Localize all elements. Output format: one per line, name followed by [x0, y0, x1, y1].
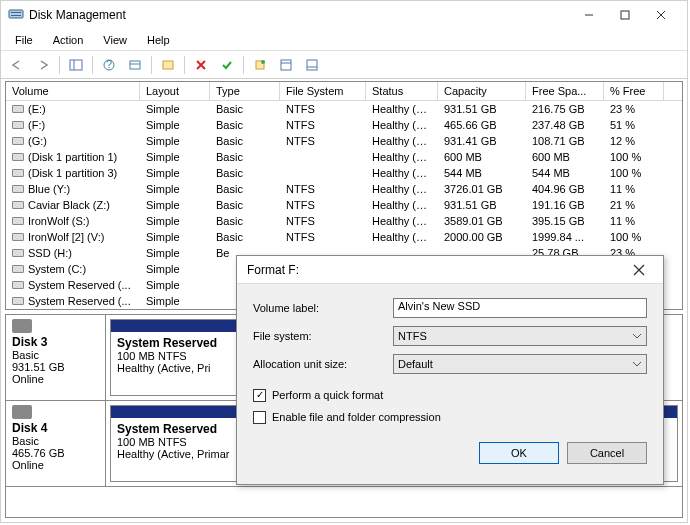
- dialog-close-button[interactable]: [625, 260, 653, 280]
- filesystem-select[interactable]: NTFS: [393, 326, 647, 346]
- format-dialog: Format F: Volume label: Alvin's New SSD …: [236, 255, 664, 485]
- minimize-button[interactable]: [571, 4, 607, 26]
- svg-rect-7: [70, 60, 82, 70]
- volume-icon: [12, 105, 24, 113]
- maximize-button[interactable]: [607, 4, 643, 26]
- table-row[interactable]: Caviar Black (Z:)SimpleBasicNTFSHealthy …: [6, 197, 682, 213]
- disk-header[interactable]: Disk 3Basic931.51 GBOnline: [6, 315, 106, 400]
- window-title: Disk Management: [9, 8, 571, 22]
- properties-button[interactable]: [156, 54, 180, 76]
- settings-top-button[interactable]: [274, 54, 298, 76]
- table-row[interactable]: IronWolf (S:)SimpleBasicNTFSHealthy (B..…: [6, 213, 682, 229]
- col-pctfree[interactable]: % Free: [604, 82, 664, 100]
- menubar: File Action View Help: [1, 29, 687, 51]
- compression-checkbox[interactable]: [253, 411, 266, 424]
- volume-icon: [12, 281, 24, 289]
- svg-rect-13: [163, 61, 173, 69]
- volume-icon: [12, 233, 24, 241]
- volume-icon: [12, 297, 24, 305]
- back-button[interactable]: [5, 54, 29, 76]
- table-row[interactable]: (Disk 1 partition 1)SimpleBasicHealthy (…: [6, 149, 682, 165]
- svg-rect-1: [11, 12, 21, 13]
- svg-rect-20: [307, 60, 317, 70]
- col-capacity[interactable]: Capacity: [438, 82, 526, 100]
- ok-button[interactable]: OK: [479, 442, 559, 464]
- col-filesystem[interactable]: File System: [280, 82, 366, 100]
- volume-icon: [12, 217, 24, 225]
- menu-file[interactable]: File: [7, 32, 41, 48]
- volume-icon: [12, 201, 24, 209]
- svg-point-17: [261, 60, 265, 64]
- table-row[interactable]: (E:)SimpleBasicNTFSHealthy (A...931.51 G…: [6, 101, 682, 117]
- svg-rect-4: [621, 11, 629, 19]
- disk-icon: [12, 319, 32, 333]
- svg-rect-18: [281, 60, 291, 70]
- volume-icon: [12, 185, 24, 193]
- col-volume[interactable]: Volume: [6, 82, 140, 100]
- delete-button[interactable]: [189, 54, 213, 76]
- col-status[interactable]: Status: [366, 82, 438, 100]
- volume-icon: [12, 169, 24, 177]
- menu-help[interactable]: Help: [139, 32, 178, 48]
- compression-label: Enable file and folder compression: [272, 411, 441, 423]
- new-button[interactable]: [248, 54, 272, 76]
- table-row[interactable]: (Disk 1 partition 3)SimpleBasicHealthy (…: [6, 165, 682, 181]
- col-layout[interactable]: Layout: [140, 82, 210, 100]
- volume-label-input[interactable]: Alvin's New SSD: [393, 298, 647, 318]
- volume-icon: [12, 137, 24, 145]
- toolbar: ?: [1, 51, 687, 79]
- quick-format-label: Perform a quick format: [272, 389, 383, 401]
- refresh-button[interactable]: [123, 54, 147, 76]
- filesystem-label: File system:: [253, 330, 393, 342]
- svg-text:?: ?: [106, 58, 112, 70]
- forward-button[interactable]: [31, 54, 55, 76]
- disk-icon: [12, 405, 32, 419]
- titlebar: Disk Management: [1, 1, 687, 29]
- volume-icon: [12, 265, 24, 273]
- allocation-label: Allocation unit size:: [253, 358, 393, 370]
- quick-format-checkbox[interactable]: ✓: [253, 389, 266, 402]
- dialog-title: Format F:: [247, 263, 625, 277]
- col-freespace[interactable]: Free Spa...: [526, 82, 604, 100]
- disk-header[interactable]: Disk 4Basic465.76 GBOnline: [6, 401, 106, 486]
- allocation-select[interactable]: Default: [393, 354, 647, 374]
- help-button[interactable]: ?: [97, 54, 121, 76]
- svg-rect-0: [9, 10, 23, 18]
- partition[interactable]: System Reserved100 MB NTFSHealthy (Activ…: [110, 405, 250, 482]
- volume-icon: [12, 121, 24, 129]
- dialog-titlebar: Format F:: [237, 256, 663, 284]
- menu-view[interactable]: View: [95, 32, 135, 48]
- app-icon: [8, 6, 24, 22]
- close-button[interactable]: [643, 4, 679, 26]
- chevron-down-icon: [632, 361, 642, 367]
- volume-label-label: Volume label:: [253, 302, 393, 314]
- table-row[interactable]: (G:)SimpleBasicNTFSHealthy (A...931.41 G…: [6, 133, 682, 149]
- grid-header: Volume Layout Type File System Status Ca…: [6, 82, 682, 101]
- cancel-button[interactable]: Cancel: [567, 442, 647, 464]
- table-row[interactable]: Blue (Y:)SimpleBasicNTFSHealthy (B...372…: [6, 181, 682, 197]
- check-button[interactable]: [215, 54, 239, 76]
- table-row[interactable]: (F:)SimpleBasicNTFSHealthy (A...465.66 G…: [6, 117, 682, 133]
- menu-action[interactable]: Action: [45, 32, 92, 48]
- volume-icon: [12, 249, 24, 257]
- svg-rect-11: [130, 61, 140, 69]
- show-hide-tree-button[interactable]: [64, 54, 88, 76]
- settings-bottom-button[interactable]: [300, 54, 324, 76]
- table-row[interactable]: IronWolf [2] (V:)SimpleBasicNTFSHealthy …: [6, 229, 682, 245]
- col-type[interactable]: Type: [210, 82, 280, 100]
- svg-rect-2: [11, 15, 21, 16]
- volume-icon: [12, 153, 24, 161]
- partition[interactable]: System Reserved100 MB NTFSHealthy (Activ…: [110, 319, 250, 396]
- chevron-down-icon: [632, 333, 642, 339]
